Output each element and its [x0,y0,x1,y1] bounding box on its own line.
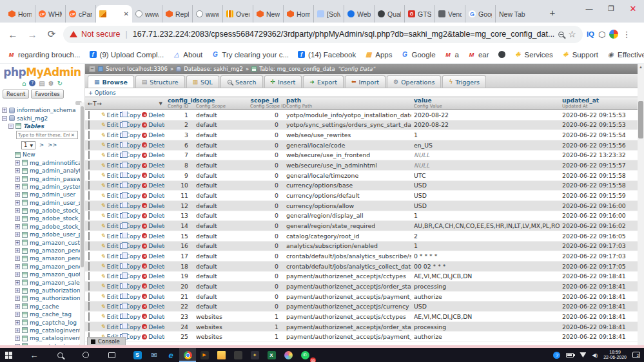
row-checkbox[interactable] [88,111,90,119]
taskbar-app-paint[interactable] [280,348,297,362]
table-name[interactable]: mg_captcha_log [30,319,77,326]
bookmark-item[interactable]: Try clearing your c... [211,51,289,59]
page-scrollbar[interactable]: ▲ [638,64,644,345]
browser-tab[interactable]: [Solv [314,5,344,23]
maximize-button[interactable]: ❐ [600,0,622,17]
page-scrollbar-thumb[interactable] [638,101,643,138]
browser-tab[interactable]: Goog [465,5,496,23]
extensions-puzzle-icon[interactable]: ⬡ [598,30,605,39]
row-checkbox[interactable] [88,222,90,230]
tree-label[interactable]: New [23,151,35,158]
row-checkbox[interactable] [88,252,90,260]
expand-icon[interactable] [15,288,20,293]
back-icon[interactable]: ← [5,26,21,42]
bookmark-item[interactable]: (9) Upload Compl... [90,51,164,59]
edit-link[interactable]: ✎Edit [101,293,119,300]
taskbar-app-dark1[interactable] [229,348,246,362]
pma-tab-triggers[interactable]: ϟTriggers [442,75,486,88]
copy-link[interactable]: Copy [120,313,141,320]
expand-icon[interactable] [15,176,20,182]
table-name[interactable]: mg_admin_user [30,191,75,198]
row-checkbox[interactable] [88,323,90,331]
row-checkbox[interactable] [88,272,90,280]
copy-link[interactable]: Copy [120,202,141,209]
pma-tab-search[interactable]: Search [220,75,263,88]
forward-icon[interactable]: → [24,26,40,42]
row-checkbox[interactable] [88,131,90,139]
tree-item-new[interactable]: New [15,151,84,158]
delete-link[interactable]: Delete [142,242,165,249]
sidebar-table-item[interactable]: mg_cache_tag [15,310,84,318]
browser-tab[interactable]: Reply [162,5,193,23]
expand-icon[interactable] [15,344,20,345]
browser-tab[interactable]: Hom [284,5,314,23]
bookmark-item[interactable]: About [173,51,202,59]
delete-link[interactable]: Delete [142,293,165,300]
copy-link[interactable]: Copy [120,323,141,330]
table-name[interactable]: mg_amazon_custome [30,240,84,246]
expand-icon[interactable] [15,304,20,309]
browser-tab[interactable]: GTS [405,5,435,23]
tree-label[interactable]: information_schema [17,107,76,113]
bookmark-item[interactable]: Services [514,51,553,59]
sidebar-table-item[interactable]: mg_amazon_custome [15,238,84,246]
sidebar-table-item[interactable]: mg_adobe_stock_asse [15,207,84,214]
minimize-button[interactable]: — [578,0,600,17]
copy-link[interactable]: Copy [120,131,141,138]
page-select[interactable]: 1▼ [21,141,35,149]
delete-link[interactable]: Delete [142,182,165,189]
taskbar-app-edge[interactable]: e [162,348,179,362]
sidebar-table-item[interactable]: mg_admin_system_m... [15,183,84,191]
copy-link[interactable]: Copy [120,303,141,310]
tree-item-sakhi-mg2[interactable]: sakhi_mg2 [2,114,84,122]
tray-help-icon[interactable]: ? [553,352,560,359]
copy-link[interactable]: Copy [120,121,141,128]
expand-icon[interactable] [15,320,20,325]
close-tab-icon[interactable]: ✕ [124,10,129,17]
column-header-scope[interactable]: scopeConfig Scope [193,98,248,109]
copy-link[interactable]: Copy [120,151,141,158]
copy-link[interactable]: Copy [120,182,141,189]
home-icon[interactable]: ⌂ [22,80,26,87]
copy-link[interactable]: Copy [120,142,141,149]
recent-button[interactable]: Recent [3,90,29,99]
pma-tab-operations[interactable]: ⚙Operations [387,75,441,88]
sidebar-table-item[interactable]: mg_adminnotification_ [15,159,84,167]
delete-link[interactable]: Delete [142,131,165,138]
refresh-icon[interactable]: ↻ [57,80,63,87]
sidebar-table-item[interactable]: mg_admin_analytics_u [15,167,84,175]
table-name[interactable]: mg_authorization_rule [30,295,84,301]
sidebar-table-item[interactable]: mg_adobe_user_profil [15,231,84,238]
expand-icon[interactable] [15,264,20,269]
row-checkbox[interactable] [88,181,90,189]
browser-tab-active[interactable]: ✕ [96,5,132,23]
sidebar-table-item[interactable]: mg_cache [15,303,84,310]
options-toggle[interactable]: + Options [85,88,638,97]
expand-icon[interactable] [15,192,20,197]
table-name[interactable]: mg_admin_passwords [30,176,84,182]
profile-avatar[interactable] [609,30,618,39]
taskbar-app-mail[interactable]: ✉ [146,348,162,362]
pma-tab-browse[interactable]: ▦Browse [88,75,134,88]
copy-link[interactable]: Copy [120,162,141,169]
edit-link[interactable]: ✎Edit [101,222,119,229]
delete-link[interactable]: Delete [142,263,165,270]
delete-link[interactable]: Delete [142,283,165,290]
edit-link[interactable]: ✎Edit [101,172,119,179]
table-name[interactable]: mg_cache_tag [30,311,72,318]
expand-icon[interactable] [15,200,20,205]
bookmark-item[interactable]: regarding brouch... [8,51,81,59]
browser-tab[interactable]: New [253,5,284,23]
table-name[interactable]: mg_cataloginventory_ [30,335,84,341]
last-page-link[interactable]: >> [48,142,57,148]
column-header-path[interactable]: pathConfig Path [284,98,411,109]
tree-item-tables[interactable]: Tables [8,122,84,130]
delete-link[interactable]: Delete [142,172,165,179]
row-checkbox[interactable] [88,202,90,210]
copy-link[interactable]: Copy [120,172,141,179]
edit-link[interactable]: ✎Edit [101,303,119,310]
table-name[interactable]: mg_amazon_sales_or [30,280,84,286]
browser-tab[interactable]: WHM [35,5,66,23]
sidebar-table-item[interactable]: mg_cataloginventory_ [15,334,84,342]
address-bar[interactable]: Not secure | 167.71.232.224:2083/cpsess5… [63,26,583,43]
